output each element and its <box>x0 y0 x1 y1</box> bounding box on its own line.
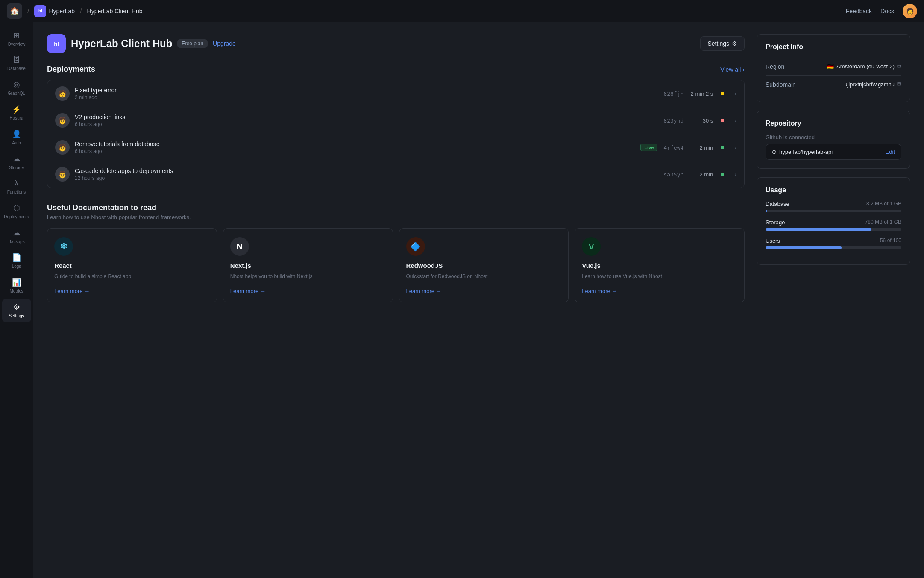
sidebar-label-metrics: Metrics <box>9 289 23 294</box>
deploy-avatar: 🧑 <box>55 86 70 101</box>
doc-desc-redwoodjs: Quickstart for RedwoodJS on Nhost <box>406 273 562 280</box>
deploy-info: Cascade delete apps to deployments 12 ho… <box>75 167 663 181</box>
app-logo[interactable]: 🏠 <box>7 3 22 19</box>
edit-repo-link[interactable]: Edit <box>886 149 895 155</box>
deploy-hash: 4rfew4 <box>663 144 683 151</box>
settings-icon: ⚙ <box>13 302 20 312</box>
topbar-right: Feedback Docs 🧑 <box>846 4 917 18</box>
deploy-row[interactable]: 🧑 Remove tutorials from database 6 hours… <box>47 134 744 161</box>
doc-learn-vuejs[interactable]: Learn more → <box>582 288 737 294</box>
gear-icon: ⚙ <box>732 40 737 47</box>
deploy-hash: 823ynd <box>663 117 683 124</box>
nextjs-icon: N <box>230 237 249 256</box>
sidebar-item-graphql[interactable]: ◎ GraphQL <box>2 76 31 100</box>
project-header: hl HyperLab Client Hub Free plan Upgrade… <box>47 34 745 53</box>
copy-subdomain-icon[interactable]: ⧉ <box>897 81 901 88</box>
deploy-avatar: 🧑 <box>55 140 70 155</box>
sidebar: ⊞ Overview 🗄 Database ◎ GraphQL ⚡ Hasura… <box>0 22 33 578</box>
copy-region-icon[interactable]: ⧉ <box>897 63 901 70</box>
docs-link[interactable]: Docs <box>880 8 894 15</box>
sidebar-item-logs[interactable]: 📄 Logs <box>2 249 31 273</box>
usage-panel: Usage Database 8.2 MB of 1 GB Storage <box>757 177 910 265</box>
avatar[interactable]: 🧑 <box>903 4 917 18</box>
storage-bar-bg <box>766 228 901 231</box>
sidebar-item-database[interactable]: 🗄 Database <box>2 52 31 75</box>
status-dot <box>721 146 724 149</box>
database-usage-label: Database <box>766 201 789 207</box>
docs-subtitle: Learn how to use Nhost with popular fron… <box>47 214 745 220</box>
doc-learn-redwoodjs[interactable]: Learn more → <box>406 288 562 294</box>
topbar-project-name: HyperLab Client Hub <box>87 8 143 15</box>
upgrade-link[interactable]: Upgrade <box>213 40 236 47</box>
settings-button[interactable]: Settings ⚙ <box>700 36 745 51</box>
sidebar-label-deployments: Deployments <box>4 214 29 220</box>
storage-usage-row: Storage 780 MB of 1 GB <box>766 219 901 231</box>
status-dot <box>721 173 724 176</box>
doc-card-nextjs[interactable]: N Next.js Nhost helps you to build with … <box>223 228 393 302</box>
storage-icon: ☁ <box>13 154 21 164</box>
project-logo: hl <box>47 34 66 53</box>
deploy-row[interactable]: 👩 V2 production links 6 hours ago 823ynd… <box>47 107 744 134</box>
sidebar-item-storage[interactable]: ☁ Storage <box>2 151 31 174</box>
sidebar-item-functions[interactable]: λ Functions <box>2 176 31 198</box>
users-usage-label: Users <box>766 238 780 244</box>
doc-learn-react[interactable]: Learn more → <box>54 288 210 294</box>
feedback-link[interactable]: Feedback <box>846 8 872 15</box>
sidebar-item-metrics[interactable]: 📊 Metrics <box>2 274 31 297</box>
deploy-meta: Live 4rfew4 2 min › <box>640 144 736 151</box>
deploy-time: 6 hours ago <box>75 121 663 127</box>
database-icon: 🗄 <box>13 56 21 65</box>
sidebar-label-logs: Logs <box>12 264 21 269</box>
deploy-duration: 30 s <box>689 117 713 124</box>
deploy-row[interactable]: 🧑 Fixed type error 2 min ago 628fjh 2 mi… <box>47 80 744 107</box>
sidebar-item-overview[interactable]: ⊞ Overview <box>2 27 31 50</box>
storage-bar <box>766 228 871 231</box>
database-usage-value: 8.2 MB of 1 GB <box>866 201 901 207</box>
users-usage-row: Users 56 of 100 <box>766 238 901 249</box>
project-info-title: Project Info <box>766 43 901 51</box>
deploy-time: 6 hours ago <box>75 148 640 154</box>
metrics-icon: 📊 <box>12 278 21 287</box>
doc-card-react[interactable]: ⚛ React Guide to build a simple React ap… <box>47 228 217 302</box>
repository-panel: Repository Github is connected ⊙ hyperla… <box>757 111 910 169</box>
project-info-panel: Project Info Region 🇩🇪 Amsterdam (eu-wes… <box>757 34 910 102</box>
region-row: Region 🇩🇪 Amsterdam (eu-west-2) ⧉ <box>766 58 901 76</box>
region-value: 🇩🇪 Amsterdam (eu-west-2) ⧉ <box>827 63 901 70</box>
sidebar-item-deployments[interactable]: ⬡ Deployments <box>2 200 31 223</box>
database-usage-row: Database 8.2 MB of 1 GB <box>766 201 901 212</box>
chevron-right-icon: › <box>742 66 745 73</box>
deployments-header: Deployments View all › <box>47 65 745 74</box>
users-bar <box>766 246 842 249</box>
docs-section-title: Useful Documentation to read <box>47 203 745 212</box>
deploy-duration: 2 min <box>689 144 713 151</box>
brand-icon: hl <box>34 5 46 17</box>
sidebar-label-storage: Storage <box>9 165 24 170</box>
subdomain-value: ujiprxtnjcbrfwigzmhu ⧉ <box>844 81 901 88</box>
plan-badge: Free plan <box>177 39 208 48</box>
chevron-right-icon: › <box>734 144 736 151</box>
doc-card-redwoodjs[interactable]: 🔷 RedwoodJS Quickstart for RedwoodJS on … <box>399 228 569 302</box>
deploy-hash: sa35yh <box>663 171 683 178</box>
sidebar-item-backups[interactable]: ☁ Backups <box>2 225 31 248</box>
repo-name-text: hyperlab/hyperlab-api <box>779 149 833 155</box>
content-main: hl HyperLab Client Hub Free plan Upgrade… <box>47 34 745 566</box>
sidebar-label-database: Database <box>7 66 26 71</box>
deploy-hash: 628fjh <box>663 91 683 97</box>
doc-card-vuejs[interactable]: V Vue.js Learn how to use Vue.js with Nh… <box>575 228 745 302</box>
sidebar-item-auth[interactable]: 👤 Auth <box>2 126 31 149</box>
right-panel: Project Info Region 🇩🇪 Amsterdam (eu-wes… <box>757 34 910 566</box>
sidebar-item-hasura[interactable]: ⚡ Hasura <box>2 101 31 124</box>
content-area: hl HyperLab Client Hub Free plan Upgrade… <box>33 22 924 578</box>
deploy-name: V2 production links <box>75 114 663 120</box>
status-dot <box>721 119 724 122</box>
deployments-table: 🧑 Fixed type error 2 min ago 628fjh 2 mi… <box>47 80 745 188</box>
deploy-row[interactable]: 👨 Cascade delete apps to deployments 12 … <box>47 161 744 188</box>
doc-learn-nextjs[interactable]: Learn more → <box>230 288 386 294</box>
brand-link[interactable]: hl HyperLab <box>34 5 75 17</box>
sidebar-item-settings[interactable]: ⚙ Settings <box>2 299 31 322</box>
view-all-link[interactable]: View all › <box>720 66 745 73</box>
doc-title-redwoodjs: RedwoodJS <box>406 262 562 269</box>
repository-title: Repository <box>766 120 901 127</box>
redwoodjs-icon: 🔷 <box>406 237 425 256</box>
live-badge: Live <box>640 144 657 151</box>
